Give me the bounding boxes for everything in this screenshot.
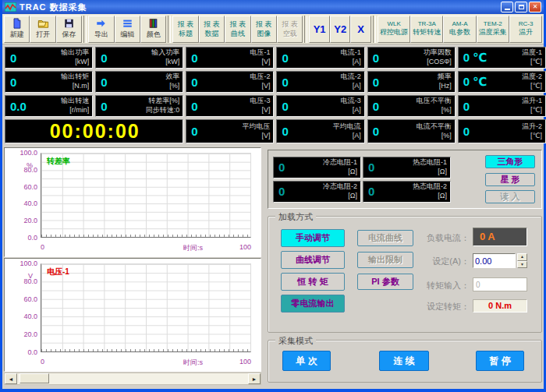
- meter-label: 温度-2: [522, 72, 542, 82]
- meter-unit: [A]: [353, 106, 361, 115]
- pi-params-button[interactable]: PI 参数: [357, 274, 413, 290]
- edit-button[interactable]: 编辑: [115, 16, 140, 43]
- maximize-icon: [519, 5, 524, 9]
- meter-label: 温升-1: [522, 97, 542, 106]
- device-torque-speed-button[interactable]: TR-3A 转矩转速: [410, 16, 443, 43]
- meter-unit: [V]: [261, 82, 270, 91]
- meter-current-3: 0电流-3[A]: [276, 95, 364, 117]
- meter-unit: [Hz]: [439, 82, 452, 91]
- export-button[interactable]: 导出: [88, 16, 114, 43]
- meter-voltage-1: 0电压-1[V]: [186, 47, 274, 69]
- manual-adjust-button[interactable]: 手动调节: [281, 229, 345, 247]
- meter-label: 热态电阻-1: [413, 158, 447, 168]
- meter-value: 0: [101, 51, 151, 65]
- meter-value: 0 ℃: [463, 51, 522, 65]
- single-capture-button[interactable]: 单 次: [282, 351, 331, 371]
- constant-torque-button[interactable]: 恒 转 矩: [281, 273, 345, 291]
- scroll-left-arrow[interactable]: ◄: [5, 373, 17, 384]
- close-button[interactable]: ✕: [529, 2, 541, 12]
- device-temperature-button[interactable]: TEM-2 温度采集: [477, 16, 509, 43]
- meter-value: 0: [191, 100, 250, 113]
- set-current-input[interactable]: [473, 253, 516, 268]
- axis-y1-button[interactable]: Y1: [309, 16, 330, 43]
- meter-unit: [N.m]: [73, 82, 90, 91]
- axis-x-button[interactable]: X: [350, 16, 371, 43]
- spinner-down-icon[interactable]: ▼: [517, 261, 527, 269]
- chart2-x-axis-ticks: 0 时间:s 100: [41, 358, 251, 367]
- curve-adjust-button[interactable]: 曲线调节: [281, 251, 345, 269]
- capture-mode-panel: 采集模式 单 次 连 续 暂 停: [268, 340, 542, 383]
- current-curve-button: 电流曲线: [357, 230, 413, 246]
- read-in-button: 读 入: [485, 190, 535, 203]
- device-power-supply-button[interactable]: WLK 程控电源: [378, 16, 410, 43]
- spinner-up-icon[interactable]: ▲: [517, 253, 527, 261]
- scroll-right-arrow[interactable]: ►: [248, 373, 261, 384]
- meter-value: 0: [282, 125, 332, 138]
- meter-unit: [r/min]: [69, 106, 89, 115]
- meter-value: 0: [278, 161, 323, 174]
- meter-slip-ratio: 0转差率[%]同步转速:0: [95, 95, 183, 117]
- meter-grid: 0输出功率[kW] 0输入功率[kW] 0电压-1[V] 0电流-1[A] 0功…: [5, 47, 546, 143]
- meter-unit: [℃]: [530, 58, 542, 67]
- new-button[interactable]: 新建: [4, 16, 30, 43]
- y-tick: 40.0: [23, 313, 37, 320]
- device-temp-rise-line2: 温升: [519, 28, 533, 37]
- meter-value: 0 ℃: [463, 75, 522, 89]
- meter-label: 输出功率: [61, 48, 89, 58]
- torque-input-field[interactable]: [473, 277, 527, 291]
- meter-value: 0: [368, 185, 413, 198]
- report-data-button[interactable]: 报 表 数据: [199, 16, 225, 43]
- meter-value: 0: [373, 100, 417, 113]
- device-electrical-params-button[interactable]: AM-A 电参数: [443, 16, 476, 43]
- report-noload-line2: 空载: [283, 29, 297, 38]
- meter-label: 电压-1: [250, 48, 270, 58]
- meter-avg-current: 0平均电流[A]: [276, 119, 364, 143]
- meter-unit: [%]: [169, 82, 179, 91]
- star-connection-button[interactable]: 星 形: [485, 173, 535, 186]
- meter-hot-resistance-2: 0热态电阻-2[Ω]: [363, 181, 451, 203]
- winding-type-buttons: 三角形 星 形 读 入: [485, 155, 535, 203]
- scrollbar-track[interactable]: [17, 373, 248, 384]
- report-noload-button: 报 表 空载: [277, 16, 303, 43]
- meter-unit: [℃]: [530, 106, 542, 115]
- meter-voltage-3: 0电压-3[V]: [186, 95, 274, 117]
- delta-connection-button[interactable]: 三角形: [485, 155, 535, 168]
- save-button[interactable]: 保存: [56, 16, 82, 43]
- chart-panel-voltage-1: 100.0 80.0 60.0 40.0 20.0 0.0 V 电压-1 0 时…: [4, 258, 261, 372]
- report-image-button[interactable]: 报 表 图像: [251, 16, 277, 43]
- meter-output-torque: 0输出转矩[N.m]: [5, 71, 93, 93]
- y-tick: 20.0: [23, 330, 37, 338]
- x-tick: 100: [239, 243, 251, 251]
- zero-current-output-button[interactable]: 零电流输出: [281, 295, 345, 313]
- pause-capture-button[interactable]: 暂 停: [476, 351, 524, 371]
- report-title-button[interactable]: 报 表 标题: [172, 16, 198, 43]
- meter-unit: [V]: [261, 58, 270, 67]
- meter-unit: [COSΦ]: [427, 58, 452, 67]
- report-curve-button[interactable]: 报 表 曲线: [225, 16, 250, 43]
- maximize-button[interactable]: [515, 2, 527, 12]
- color-button[interactable]: 颜色: [140, 16, 166, 43]
- axis-y1-label: Y1: [314, 23, 326, 35]
- chart-horizontal-scrollbar[interactable]: ◄ ►: [4, 373, 261, 385]
- app-window: TRAC 数据采集 ✕ 新建 打开 保存 导出 编辑: [0, 0, 546, 392]
- meter-unit: [Ω]: [438, 192, 447, 201]
- meter-label: 平均电流: [333, 122, 361, 132]
- load-current-display: 0 A: [473, 228, 527, 246]
- device-temp-rise-button[interactable]: RC-3 温升: [509, 16, 542, 43]
- open-button[interactable]: 打开: [30, 16, 55, 43]
- save-button-label: 保存: [62, 30, 76, 40]
- meter-unit: [%]: [441, 106, 452, 115]
- scrollbar-thumb[interactable]: [20, 373, 49, 383]
- minimize-button[interactable]: [501, 2, 513, 12]
- meter-value: 0: [282, 100, 340, 113]
- meter-label: 功率因数: [424, 48, 452, 58]
- export-button-label: 导出: [94, 30, 108, 40]
- report-curve-line2: 曲线: [231, 29, 245, 38]
- meter-unit: [Ω]: [348, 192, 357, 201]
- meter-value: 0: [282, 76, 340, 89]
- report-title-line1: 报 表: [178, 19, 194, 29]
- device-torque-speed-line2: 转矩转速: [413, 28, 441, 37]
- report-image-line2: 图像: [257, 29, 271, 38]
- continuous-capture-button[interactable]: 连 续: [379, 351, 429, 371]
- axis-y2-button[interactable]: Y2: [330, 16, 351, 43]
